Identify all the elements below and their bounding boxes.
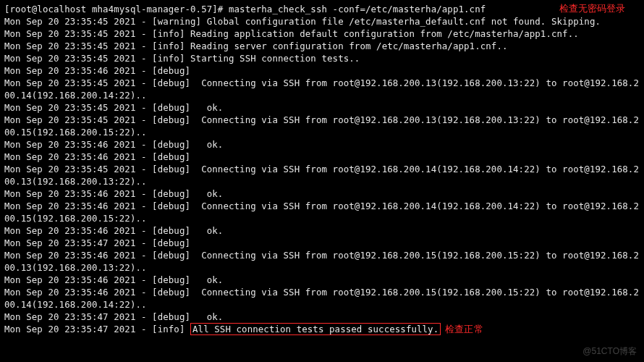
log-line: Mon Sep 20 23:35:46 2021 - [debug] Conne… — [4, 249, 640, 274]
annotation-bottom: 检查正常 — [445, 324, 483, 334]
log-line: Mon Sep 20 23:35:46 2021 - [debug] — [4, 64, 640, 77]
final-prefix: Mon Sep 20 23:35:47 2021 - [info] — [4, 324, 190, 334]
log-line: Mon Sep 20 23:35:46 2021 - [debug] Conne… — [4, 286, 640, 311]
log-line: Mon Sep 20 23:35:46 2021 - [debug] Conne… — [4, 200, 640, 224]
log-line: Mon Sep 20 23:35:45 2021 - [debug] ok. — [4, 101, 640, 114]
log-line: Mon Sep 20 23:35:45 2021 - [debug] Conne… — [4, 77, 640, 101]
watermark: @51CTO博客 — [582, 345, 637, 358]
log-line: Mon Sep 20 23:35:46 2021 - [debug] — [4, 151, 640, 163]
log-line: Mon Sep 20 23:35:47 2021 - [debug] — [4, 237, 640, 249]
log-line: Mon Sep 20 23:35:45 2021 - [info] Readin… — [4, 28, 640, 40]
terminal-output[interactable]: [root@localhost mha4mysql-manager-0.57]#… — [0, 0, 644, 338]
success-highlight: All SSH connection tests passed successf… — [190, 323, 441, 335]
log-line: Mon Sep 20 23:35:46 2021 - [debug] ok. — [4, 188, 640, 200]
log-line: Mon Sep 20 23:35:45 2021 - [warning] Glo… — [4, 15, 640, 28]
log-line: Mon Sep 20 23:35:47 2021 - [debug] ok. — [4, 311, 640, 323]
log-line: Mon Sep 20 23:35:46 2021 - [debug] ok. — [4, 224, 640, 237]
log-line: Mon Sep 20 23:35:45 2021 - [debug] Conne… — [4, 114, 640, 138]
log-line: Mon Sep 20 23:35:45 2021 - [info] Readin… — [4, 40, 640, 52]
shell-prompt-line: [root@localhost mha4mysql-manager-0.57]#… — [4, 3, 640, 15]
final-line: Mon Sep 20 23:35:47 2021 - [info] All SS… — [4, 323, 640, 335]
log-line: Mon Sep 20 23:35:45 2021 - [info] Starti… — [4, 52, 640, 64]
log-line: Mon Sep 20 23:35:46 2021 - [debug] ok. — [4, 138, 640, 151]
log-line: Mon Sep 20 23:35:46 2021 - [debug] ok. — [4, 274, 640, 286]
log-line: Mon Sep 20 23:35:45 2021 - [debug] Conne… — [4, 163, 640, 188]
